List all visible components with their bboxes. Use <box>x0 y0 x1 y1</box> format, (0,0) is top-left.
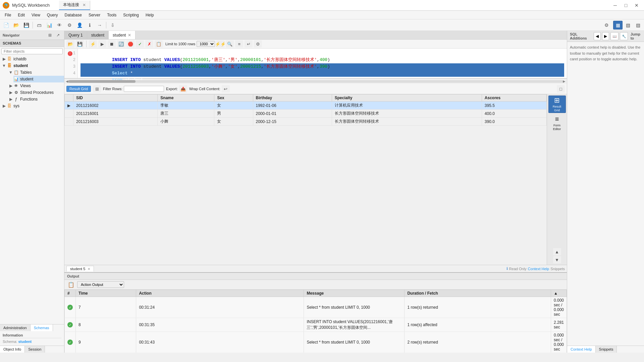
toolbar-settings[interactable]: ⚙ <box>602 21 611 29</box>
menu-tools[interactable]: Tools <box>104 12 120 18</box>
schema-sys[interactable]: ▶ 🗄 sys <box>0 103 64 109</box>
col-sname[interactable]: Sname <box>158 95 214 102</box>
menu-file[interactable]: File <box>1 12 14 18</box>
result-grid[interactable]: SID Sname Sex Birthday Specialty Ascores… <box>64 94 547 265</box>
editor-btn-save[interactable]: 💾 <box>76 40 84 48</box>
functions-folder[interactable]: ▶ ƒ Functions <box>5 96 64 103</box>
col-birthday[interactable]: Birthday <box>253 95 332 102</box>
toolbar-create-schema[interactable]: 🗃 <box>35 21 44 29</box>
export-btn[interactable]: 📤 <box>179 85 187 93</box>
toolbar-save[interactable]: 💾 <box>21 21 31 29</box>
close-button[interactable]: ✕ <box>632 2 641 9</box>
wrap-btn[interactable]: ↩ <box>222 85 230 93</box>
editor-btn-wrap[interactable]: ↵ <box>245 40 253 48</box>
query-tab-1[interactable]: Query 1 <box>64 31 87 39</box>
main-tab-close[interactable]: ✕ <box>83 3 86 7</box>
toolbar-create-view[interactable]: 👁 <box>55 21 64 29</box>
view-btn-1[interactable]: ▦ <box>613 21 623 29</box>
code-content[interactable]: INSERT INTO student VALUES(2011216001,'唐… <box>78 49 567 78</box>
menu-server[interactable]: Server <box>85 12 104 18</box>
editor-btn-red[interactable]: 🛑 <box>126 40 135 48</box>
hscroll-thumb[interactable] <box>68 80 136 83</box>
stored-procedures-folder[interactable]: ▶ ⚙ Stored Procedures <box>5 89 64 96</box>
editor-btn-check[interactable]: ✓ <box>136 40 144 48</box>
schema-student[interactable]: ▼ 🗄 student <box>0 62 64 69</box>
subtab-close[interactable]: ✕ <box>88 267 90 271</box>
right-tab-context[interactable]: Context Help <box>567 346 596 353</box>
help-manual-btn[interactable]: 📖 <box>610 32 619 40</box>
toolbar-open[interactable]: 📂 <box>11 21 21 29</box>
menu-help[interactable]: Help <box>142 12 157 18</box>
query-tab-close[interactable]: ✕ <box>128 33 131 38</box>
tab-object-info[interactable]: Object Info <box>0 346 25 353</box>
editor-btn-exec-all[interactable]: ⚡⚡ <box>216 40 224 48</box>
result-grid-icon-btn[interactable]: ⊞ ResultGrid <box>548 96 566 113</box>
sidebar-icon-2[interactable]: ↗ <box>55 32 61 38</box>
tab-schemas[interactable]: Schemas <box>31 324 53 331</box>
editor-btn-explain[interactable]: 🔍 <box>226 40 234 48</box>
toolbar-create-user[interactable]: 👤 <box>75 21 84 29</box>
col-ascores[interactable]: Ascores <box>482 95 546 102</box>
table-row[interactable]: 2011216003 小舞 女 2000-12-15 长方形固体空间转移技术 3… <box>65 118 547 126</box>
editor-btn-x[interactable]: ✗ <box>145 40 153 48</box>
filter-rows-input[interactable] <box>124 86 164 92</box>
editor-btn-run-selected[interactable]: ▶ <box>98 40 106 48</box>
toolbar-dbinfo[interactable]: ℹ <box>85 21 94 29</box>
toolbar-forward-engineer[interactable]: → <box>95 21 104 29</box>
col-specialty[interactable]: Specialty <box>332 95 482 102</box>
hscroll-right[interactable]: ▶ <box>563 79 566 83</box>
menu-query[interactable]: Query <box>44 12 61 18</box>
context-help-tab[interactable]: Context Help <box>528 267 549 271</box>
result-expand-btn[interactable]: □ <box>557 85 565 93</box>
menu-edit[interactable]: Edit <box>14 12 28 18</box>
editor-btn-stop[interactable]: ⏹ <box>108 40 116 48</box>
list-item[interactable]: ✓ 7 00:31:24 Select * from student LIMIT… <box>65 297 567 318</box>
list-item[interactable]: ✓ 9 00:31:43 Select * from student LIMIT… <box>65 332 567 353</box>
hscroll-left[interactable]: ◀ <box>66 79 68 83</box>
table-row[interactable]: 2011216001 唐三 男 2000-01-01 长方形固体空间转移技术 4… <box>65 110 547 118</box>
sidebar-icon-1[interactable]: ⊞ <box>47 32 53 38</box>
view-btn-3[interactable]: ▨ <box>633 21 643 29</box>
editor-btn-open[interactable]: 📂 <box>66 40 74 48</box>
nav-next[interactable]: ▶ <box>602 32 609 40</box>
editor-btn-settings[interactable]: ⚙ <box>254 40 262 48</box>
toolbar-import[interactable]: ⇩ <box>108 21 117 29</box>
menu-view[interactable]: View <box>28 12 44 18</box>
action-output-select[interactable]: Action Output <box>77 281 124 288</box>
col-sex[interactable]: Sex <box>214 95 253 102</box>
view-btn-2[interactable]: ▧ <box>623 21 633 29</box>
menu-database[interactable]: Database <box>61 12 85 18</box>
result-nav-down[interactable]: ▼ <box>553 256 561 263</box>
toolbar-new-file[interactable]: 📄 <box>1 21 11 29</box>
hscroll-track[interactable] <box>68 80 563 83</box>
toolbar-create-routine[interactable]: ⚙ <box>65 21 74 29</box>
table-student-item[interactable]: 📊 student <box>13 76 64 82</box>
query-tab-student-2[interactable]: student ✕ <box>109 31 136 39</box>
result-subtab-student5[interactable]: student 5 ✕ <box>66 266 94 272</box>
query-tab-student-1[interactable]: student <box>87 31 109 39</box>
filter-objects-input[interactable] <box>1 48 63 54</box>
menu-scripting[interactable]: Scripting <box>120 12 142 18</box>
toolbar-create-table[interactable]: 📊 <box>45 21 54 29</box>
limit-rows-select[interactable]: 1000 500 200 <box>197 41 215 47</box>
nav-prev[interactable]: ◀ <box>594 32 601 40</box>
col-sort[interactable]: ▲ <box>551 290 567 297</box>
tab-administration[interactable]: Administration <box>0 324 31 331</box>
tables-folder[interactable]: ▼ 📋 Tables <box>5 69 64 76</box>
tab-session[interactable]: Session <box>25 346 45 353</box>
help-auto-btn[interactable]: 🔧 <box>620 32 628 40</box>
schema-ichatdb[interactable]: ▶ 🗄 ichatdb <box>0 56 64 62</box>
list-item[interactable]: ✓ 8 00:31:35 INSERT INTO student VALUES(… <box>65 318 567 332</box>
output-icon-btn[interactable]: 📋 <box>67 281 75 288</box>
col-sid[interactable]: SID <box>73 95 158 102</box>
editor-btn-clipboard[interactable]: 📋 <box>155 40 163 48</box>
editor-btn-run[interactable]: ⚡ <box>89 40 97 48</box>
result-nav-up[interactable]: ▲ <box>553 248 561 255</box>
editor-btn-format[interactable]: ≡ <box>235 40 243 48</box>
main-tab[interactable]: 本地连接 ✕ <box>59 1 90 10</box>
table-row[interactable]: ▶ 2011216002 李敏 女 1992-01-06 计算机应用技术 395… <box>65 102 547 110</box>
views-folder[interactable]: ▶ 👁 Views <box>5 82 64 89</box>
form-editor-icon-btn[interactable]: ≡ FormEditor <box>548 114 566 132</box>
minimize-button[interactable]: ─ <box>610 2 620 9</box>
maximize-button[interactable]: □ <box>621 2 631 9</box>
